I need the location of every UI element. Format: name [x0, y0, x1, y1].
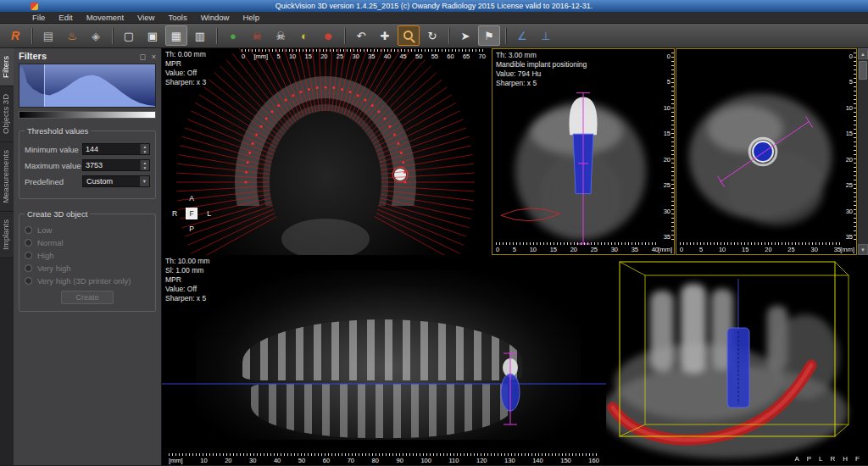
- side-tabstrip: Filters Objects 3D Measurements Implants: [0, 48, 14, 465]
- menu-item[interactable]: Tools: [161, 13, 193, 22]
- layout-mpr-icon: ▥: [195, 31, 205, 42]
- ruler-label: 5: [276, 53, 280, 60]
- maximum-value-label: Maximum value: [25, 161, 81, 170]
- spin-down-icon[interactable]: ▾: [141, 149, 149, 154]
- app-icon[interactable]: [31, 3, 38, 10]
- export-button[interactable]: ▤: [37, 25, 59, 46]
- implant-tool-button[interactable]: ⊥: [535, 25, 557, 46]
- ruler-label: 20: [225, 457, 231, 464]
- ruler-label: 35: [664, 233, 670, 241]
- ruler-label: 110: [448, 457, 459, 464]
- pointer-icon: ➤: [461, 31, 470, 42]
- menu-item[interactable]: Help: [236, 13, 266, 22]
- ruler-label: 20: [570, 246, 577, 253]
- viewport-scrollbar[interactable]: ▲ ▼: [857, 48, 868, 255]
- ruler-label: 35: [846, 233, 853, 241]
- implant-tool-icon: ⊥: [541, 31, 550, 42]
- ruler-label: 20: [846, 156, 853, 164]
- spin-down-icon[interactable]: ▾: [141, 165, 149, 170]
- ruler-label: 10: [289, 53, 296, 60]
- ruler-label: 40: [384, 53, 391, 60]
- layout-single-button[interactable]: ▢: [118, 25, 140, 46]
- burn-cd-button[interactable]: ♨: [61, 25, 83, 46]
- scroll-down-button[interactable]: ▼: [858, 244, 868, 255]
- tab-objects-3d[interactable]: Objects 3D: [0, 86, 14, 142]
- tab-implants[interactable]: Implants: [0, 212, 14, 258]
- app-logo-button[interactable]: R: [4, 25, 26, 46]
- minimum-value-field[interactable]: [83, 144, 140, 154]
- reset-view-button[interactable]: ↻: [421, 25, 443, 46]
- axial-zoom-svg: [676, 49, 856, 254]
- ruler-label: 0: [242, 53, 245, 60]
- panel-title: Filters: [19, 51, 47, 61]
- viewport-3d[interactable]: APLRHF: [606, 255, 868, 465]
- undo-button[interactable]: ↶: [350, 25, 372, 46]
- info-line: Sharpen: x 5: [496, 79, 587, 88]
- menu-item[interactable]: File: [25, 13, 52, 22]
- scroll-thumb[interactable]: [859, 61, 867, 80]
- maximum-value-field[interactable]: [83, 160, 140, 170]
- tab-filters[interactable]: Filters: [0, 48, 14, 86]
- dropdown-arrow-icon: ▾: [140, 176, 149, 186]
- layout-dual-icon: ▣: [147, 31, 158, 42]
- filters-panel: Filters ◻ × Threshold values Minimum val…: [14, 48, 162, 465]
- flag-button[interactable]: ⚑: [478, 25, 500, 46]
- ruler-label: 160: [588, 457, 599, 464]
- axis-letter: P: [807, 455, 811, 463]
- contrast-button[interactable]: ◐: [293, 25, 315, 46]
- ruler-label: 60: [323, 457, 330, 464]
- create-3d-object-group: Create 3D object LowNormalHighVery highV…: [19, 209, 156, 312]
- menu-item[interactable]: Window: [194, 13, 236, 22]
- layout-implant-button[interactable]: ▦: [165, 25, 187, 46]
- scroll-track[interactable]: [858, 59, 868, 244]
- viewport-panoramic[interactable]: Th: 10.00 mmSl: 1.00 mmMPRValue: OffShar…: [162, 255, 606, 465]
- ruler-label: 45: [399, 53, 406, 60]
- pan-button[interactable]: ✚: [374, 25, 396, 46]
- histogram-plot: [19, 64, 155, 107]
- threshold-histogram[interactable]: [19, 64, 156, 108]
- minimum-value-spinbox[interactable]: ▴▾: [82, 143, 150, 155]
- orientation-feet-box[interactable]: F: [186, 208, 198, 219]
- radio-option[interactable]: Very high: [25, 264, 150, 273]
- cross-section-info: Th: 3.00 mmMandible implant positioningV…: [496, 51, 587, 88]
- bone-skull-button[interactable]: ☠: [270, 25, 292, 46]
- scroll-down-icon: ▼: [860, 247, 865, 252]
- radio-option[interactable]: Very high (3D printer only): [25, 276, 150, 286]
- menu-item[interactable]: View: [131, 13, 161, 22]
- ruler-ticks: [854, 53, 856, 241]
- tab-measurements[interactable]: Measurements: [0, 142, 14, 212]
- ruler-label: 60: [447, 53, 453, 60]
- predefined-dropdown[interactable]: Custom ▾: [82, 175, 150, 187]
- viewport-axial-zoom[interactable]: 05101520253035 05101520253035 [mm]: [676, 48, 857, 255]
- layout-mpr-button[interactable]: ▥: [189, 25, 211, 46]
- capture-button[interactable]: ◈: [85, 25, 107, 46]
- ruler-label: 35: [632, 246, 638, 253]
- menu-item[interactable]: Edit: [52, 13, 79, 22]
- maximum-value-spinbox[interactable]: ▴▾: [82, 159, 150, 171]
- measure-button[interactable]: ∠: [511, 25, 533, 46]
- implant-cross-section[interactable]: [753, 141, 773, 162]
- viewport-axial[interactable]: Th: 0.00 mmMPRValue: OffSharpen: x 3 0[m…: [162, 48, 491, 255]
- ruler-label: 15: [846, 130, 853, 137]
- ruler-label: 20: [320, 53, 327, 60]
- pointer-button[interactable]: ➤: [454, 25, 476, 46]
- scroll-up-button[interactable]: ▲: [858, 48, 868, 59]
- radio-option[interactable]: Normal: [25, 238, 150, 247]
- layout-dual-button[interactable]: ▣: [142, 25, 164, 46]
- viewport-cross-section[interactable]: Th: 3.00 mmMandible implant positioningV…: [492, 48, 675, 255]
- menu-item[interactable]: Movement: [80, 13, 131, 22]
- ruler-label: 25: [337, 53, 343, 60]
- volume-render-button[interactable]: ●: [222, 25, 244, 46]
- panel-close-icon[interactable]: ×: [152, 53, 156, 61]
- zoom-button[interactable]: [398, 25, 420, 46]
- radio-option[interactable]: High: [25, 251, 150, 260]
- info-line: Sl: 1.00 mm: [165, 266, 209, 275]
- tissue-mask-button[interactable]: ☻: [317, 25, 339, 46]
- radio-option[interactable]: Low: [25, 225, 150, 235]
- create-button[interactable]: Create: [61, 291, 114, 304]
- soft-tissue-skull-button[interactable]: ☠: [246, 25, 268, 46]
- panel-float-icon[interactable]: ◻: [140, 53, 146, 61]
- window-title: QuickVision 3D version 1.4.25_2015 (c) O…: [0, 2, 868, 10]
- axis-letter: L: [819, 455, 822, 463]
- ruler-label: 30: [811, 246, 818, 253]
